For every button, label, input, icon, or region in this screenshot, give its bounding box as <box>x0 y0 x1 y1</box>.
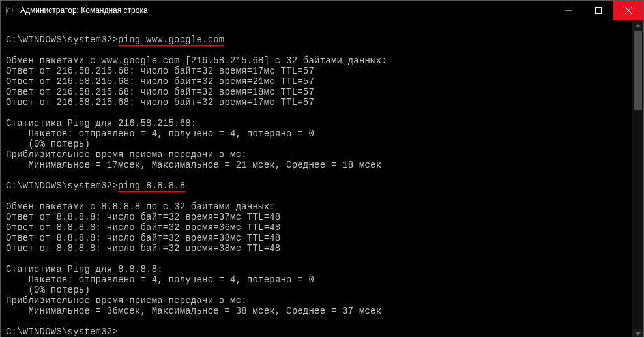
cmd-icon: C:\ <box>6 7 16 14</box>
scroll-thumb[interactable] <box>634 31 642 110</box>
prompt-line: C:\WINDOWS\system32>ping 8.8.8.8 <box>6 181 630 191</box>
output-line: (0% потерь) <box>6 285 630 295</box>
command-highlighted: ping 8.8.8.8 <box>118 181 185 192</box>
output-line: Приблизительное время приема-передачи в … <box>6 295 630 306</box>
output-line <box>6 170 630 181</box>
output-line: Приблизительное время приема-передачи в … <box>6 149 630 160</box>
output-line: Ответ от 8.8.8.8: число байт=32 время=36… <box>6 222 630 233</box>
output-line <box>6 45 630 55</box>
output-line: Обмен пакетами с 8.8.8.8 по с 32 байтами… <box>6 201 630 212</box>
minimize-button[interactable] <box>553 1 583 20</box>
output-line: Ответ от 8.8.8.8: число байт=32 время=38… <box>6 243 630 254</box>
output-line: Ответ от 8.8.8.8: число байт=32 время=38… <box>6 233 630 243</box>
output-line: Статистика Ping для 216.58.215.68: <box>6 118 630 128</box>
output-line: Ответ от 216.58.215.68: число байт=32 вр… <box>6 76 630 87</box>
prompt-line: C:\WINDOWS\system32>ping www.google.com <box>6 35 630 45</box>
window-title: Администратор: Командная строка <box>20 6 148 15</box>
output-line <box>6 254 630 264</box>
output-line: Обмен пакетами с www.google.com [216.58.… <box>6 55 630 66</box>
output-line: Пакетов: отправлено = 4, получено = 4, п… <box>6 274 630 285</box>
vertical-scrollbar[interactable] <box>632 20 643 337</box>
scroll-down-button[interactable] <box>632 329 643 337</box>
output-line <box>6 191 630 201</box>
output-line: Ответ от 216.58.215.68: число байт=32 вр… <box>6 97 630 108</box>
output-line: Минимальное = 36мсек, Максимальное = 38 … <box>6 306 630 316</box>
content-wrap: C:\WINDOWS\system32>ping www.google.comО… <box>1 20 643 337</box>
terminal-output[interactable]: C:\WINDOWS\system32>ping www.google.comО… <box>1 20 632 337</box>
prompt: C:\WINDOWS\system32> <box>6 181 118 191</box>
output-line: Ответ от 8.8.8.8: число байт=32 время=37… <box>6 212 630 222</box>
prompt: C:\WINDOWS\system32> <box>6 35 118 45</box>
output-line: (0% потерь) <box>6 139 630 149</box>
output-line: Ответ от 216.58.215.68: число байт=32 вр… <box>6 87 630 97</box>
scroll-up-button[interactable] <box>632 20 643 31</box>
prompt-line: C:\WINDOWS\system32> <box>6 327 630 337</box>
svg-rect-3 <box>596 8 602 14</box>
output-line: Пакетов: отправлено = 4, получено = 4, п… <box>6 128 630 139</box>
output-line <box>6 24 630 35</box>
output-line: Статистика Ping для 8.8.8.8: <box>6 264 630 274</box>
output-line: Минимальное = 17мсек, Максимальное = 21 … <box>6 160 630 170</box>
titlebar[interactable]: C:\ Администратор: Командная строка <box>1 1 643 20</box>
output-line <box>6 316 630 327</box>
command-highlighted: ping www.google.com <box>118 35 224 46</box>
cmd-window: C:\ Администратор: Командная строка C:\W… <box>0 0 644 337</box>
svg-text:C:\: C:\ <box>7 8 14 14</box>
output-line <box>6 108 630 118</box>
prompt: C:\WINDOWS\system32> <box>6 327 118 337</box>
output-line: Ответ от 216.58.215.68: число байт=32 вр… <box>6 66 630 76</box>
close-button[interactable] <box>613 1 643 20</box>
maximize-button[interactable] <box>583 1 613 20</box>
